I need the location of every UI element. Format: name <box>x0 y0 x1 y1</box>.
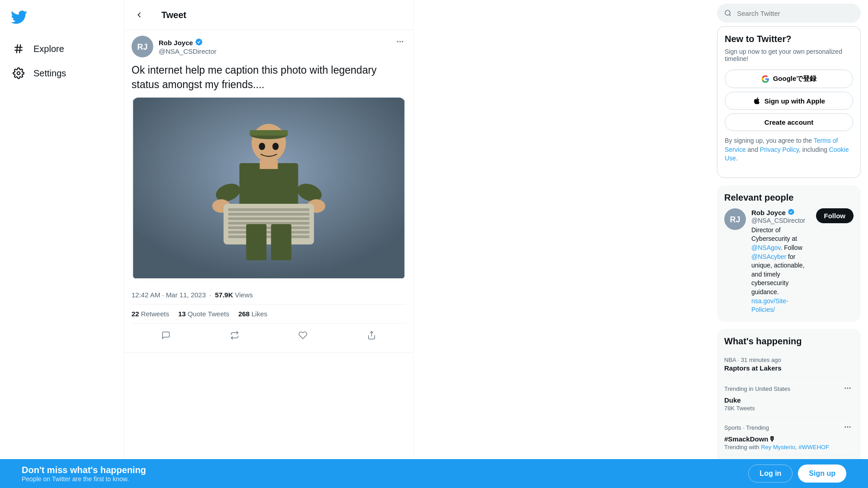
google-signup-button[interactable]: Googleで登録 <box>725 70 853 88</box>
nsacyber-link[interactable]: @NSAcyber <box>751 253 786 260</box>
svg-line-3 <box>19 44 20 53</box>
nsa-policies-link[interactable]: nsa.gov/Site-Policies/ <box>751 297 788 314</box>
trending-meta-0: NBA · 31 minutes ago <box>724 357 854 363</box>
tweet-meta: 12:42 AM · Mar 11, 2023 · 57.9K Views <box>132 286 406 305</box>
trending-meta-1: Trending in United States <box>724 382 854 395</box>
right-sidebar: New to Twitter? Sign up now to get your … <box>710 0 868 488</box>
trending-item-0: NBA · 31 minutes ago Raptors at Lakers <box>724 352 854 378</box>
tweet-image <box>132 97 406 280</box>
google-signup-label: Googleで登録 <box>773 75 817 83</box>
tweet-card: RJ Rob Joyce @NSA_CSDirector <box>124 30 413 353</box>
svg-rect-14 <box>250 130 288 136</box>
tweet-timestamp: 12:42 AM · Mar 11, 2023 <box>132 291 206 299</box>
svg-line-35 <box>729 14 731 16</box>
more-options-button[interactable] <box>394 36 406 49</box>
create-account-button[interactable]: Create account <box>725 113 853 131</box>
retweet-label: Retweets <box>141 310 170 318</box>
author-avatar[interactable]: RJ <box>132 36 153 57</box>
svg-point-40 <box>849 387 851 389</box>
follow-button[interactable]: Follow <box>816 208 854 223</box>
trending-with-2: Trending with Rey Mysterio, #WWEHOF <box>724 444 854 450</box>
likes-stat[interactable]: 268 Likes <box>238 310 267 318</box>
apple-signup-label: Sign up with Apple <box>764 97 825 105</box>
tweet-actions <box>132 324 406 347</box>
svg-rect-26 <box>228 231 310 234</box>
rey-mysterio-link[interactable]: Rey Mysterio <box>761 444 795 450</box>
gear-icon <box>13 67 24 79</box>
author-name[interactable]: Rob Joyce <box>159 38 217 47</box>
svg-point-43 <box>849 426 851 427</box>
nsagov-link[interactable]: @NSAgov <box>751 244 781 251</box>
like-button[interactable] <box>295 327 311 343</box>
bottom-bar-heading: Don't miss what's happening <box>22 465 146 475</box>
svg-rect-30 <box>260 160 278 169</box>
retweet-button[interactable] <box>226 327 243 343</box>
hashtag-icon <box>13 43 24 55</box>
new-to-twitter-subtitle: Sign up now to get your own personalized… <box>725 48 853 62</box>
person-verified-badge <box>788 208 795 217</box>
new-to-twitter-section: New to Twitter? Sign up now to get your … <box>717 26 861 178</box>
bottom-bar: Don't miss what's happening People on Tw… <box>0 459 868 488</box>
likes-count: 268 <box>238 310 250 318</box>
trending-topic-0[interactable]: Raptors at Lakers <box>724 364 854 372</box>
retweet-stat[interactable]: 22 Retweets <box>132 310 169 318</box>
svg-rect-23 <box>228 217 310 220</box>
explore-label: Explore <box>33 44 64 54</box>
tweet-author-info: RJ Rob Joyce @NSA_CSDirector <box>132 36 217 57</box>
more-trending-2-button[interactable] <box>842 421 854 434</box>
wwehof-link[interactable]: #WWEHOF <box>798 444 829 450</box>
apple-signup-button[interactable]: Sign up with Apple <box>725 92 853 110</box>
svg-line-2 <box>17 44 18 53</box>
verified-badge <box>195 38 203 47</box>
person-avatar[interactable]: RJ <box>724 208 746 230</box>
share-button[interactable] <box>363 327 380 343</box>
whats-happening-title: What's happening <box>724 336 854 347</box>
svg-text:RJ: RJ <box>730 215 740 224</box>
bottom-bar-buttons: Log in Sign up <box>748 465 846 483</box>
sidebar-item-settings[interactable]: Settings <box>5 62 118 84</box>
bottom-bar-subtext: People on Twitter are the first to know. <box>22 475 146 483</box>
svg-point-28 <box>259 143 265 150</box>
trending-count-1: 78K Tweets <box>724 405 854 412</box>
search-icon <box>724 9 731 17</box>
relevant-people-title: Relevant people <box>724 192 854 203</box>
reply-button[interactable] <box>158 327 174 343</box>
quote-count: 13 <box>178 310 186 318</box>
tweet-views-count: 57.9K <box>215 291 233 299</box>
left-sidebar: Explore Settings <box>0 0 124 488</box>
twitter-logo[interactable] <box>5 4 118 32</box>
quote-tweet-stat[interactable]: 13 Quote Tweets <box>178 310 229 318</box>
relevant-people-section: Relevant people RJ Rob Joyce @NSA_CSDire… <box>717 185 861 322</box>
tweet-text: Ok internet help me caption this photo w… <box>132 63 406 92</box>
login-button[interactable]: Log in <box>748 465 793 483</box>
quote-label: Quote Tweets <box>188 310 229 318</box>
person-handle: @NSA_CSDirector <box>751 217 811 224</box>
svg-rect-27 <box>228 235 310 238</box>
search-input-wrap[interactable] <box>717 4 861 23</box>
svg-text:RJ: RJ <box>137 42 147 52</box>
privacy-link[interactable]: Privacy Policy <box>760 146 799 153</box>
page-title: Tweet <box>161 10 186 20</box>
main-content: Tweet RJ Rob Joyce @NSA_CSDir <box>124 0 414 488</box>
signup-button[interactable]: Sign up <box>798 465 846 483</box>
search-input[interactable] <box>737 9 854 17</box>
author-handle: @NSA_CSDirector <box>159 47 217 55</box>
svg-point-4 <box>17 72 20 75</box>
trending-meta-2: Sports · Trending <box>724 421 854 434</box>
svg-point-29 <box>273 143 279 150</box>
svg-rect-21 <box>228 208 310 211</box>
svg-point-42 <box>847 426 849 427</box>
retweet-count: 22 <box>132 310 139 318</box>
trending-topic-1[interactable]: Duke <box>724 396 854 404</box>
more-trending-1-button[interactable] <box>842 382 854 395</box>
svg-point-8 <box>400 41 401 42</box>
person-description: Director of Cybersecurity at @NSAgov. Fo… <box>751 226 811 314</box>
person-name[interactable]: Rob Joyce <box>751 208 811 217</box>
svg-rect-25 <box>228 226 310 229</box>
trending-topic-2[interactable]: #SmackDown🎙 <box>724 435 854 443</box>
svg-rect-32 <box>271 224 292 260</box>
trending-item-1: Trending in United States Duke 78K Tweet… <box>724 378 854 417</box>
sidebar-item-explore[interactable]: Explore <box>5 38 118 60</box>
back-button[interactable] <box>132 7 147 23</box>
svg-point-39 <box>847 387 849 389</box>
